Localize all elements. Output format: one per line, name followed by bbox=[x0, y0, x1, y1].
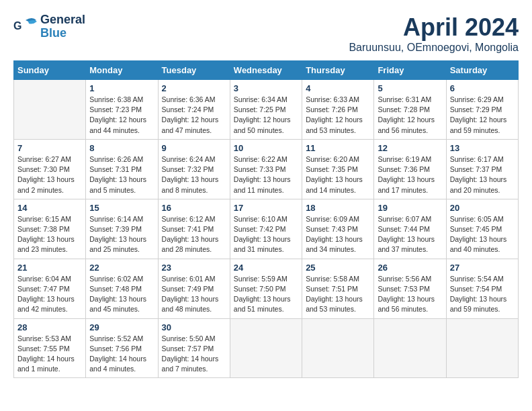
day-info: Sunrise: 6:20 AMSunset: 7:35 PMDaylight:… bbox=[306, 154, 370, 195]
day-number: 23 bbox=[162, 263, 226, 273]
day-number: 3 bbox=[234, 83, 298, 93]
calendar-header-row: SundayMondayTuesdayWednesdayThursdayFrid… bbox=[14, 61, 519, 80]
day-number: 15 bbox=[89, 203, 154, 213]
day-info: Sunrise: 6:09 AMSunset: 7:43 PMDaylight:… bbox=[306, 214, 370, 255]
day-number: 16 bbox=[162, 203, 226, 213]
day-number: 26 bbox=[378, 263, 442, 273]
day-number: 20 bbox=[450, 203, 515, 213]
day-number: 1 bbox=[89, 83, 154, 93]
day-info: Sunrise: 6:33 AMSunset: 7:26 PMDaylight:… bbox=[306, 95, 370, 136]
day-info: Sunrise: 5:50 AMSunset: 7:57 PMDaylight:… bbox=[162, 334, 226, 375]
day-number: 12 bbox=[378, 143, 442, 153]
day-number: 25 bbox=[306, 263, 370, 273]
subtitle: Baruunsuu, OEmnoegovi, Mongolia bbox=[349, 42, 519, 54]
day-info: Sunrise: 5:52 AMSunset: 7:56 PMDaylight:… bbox=[89, 334, 154, 375]
day-number: 7 bbox=[17, 143, 82, 153]
day-info: Sunrise: 5:54 AMSunset: 7:54 PMDaylight:… bbox=[450, 274, 515, 315]
calendar-cell: 19Sunrise: 6:07 AMSunset: 7:44 PMDayligh… bbox=[374, 199, 446, 259]
day-info: Sunrise: 6:26 AMSunset: 7:31 PMDaylight:… bbox=[89, 154, 154, 195]
calendar-cell: 12Sunrise: 6:19 AMSunset: 7:36 PMDayligh… bbox=[374, 139, 446, 199]
day-number: 2 bbox=[162, 83, 226, 93]
page-header: G General Blue April 2024 Baruunsuu, OEm… bbox=[13, 13, 519, 54]
calendar-cell: 14Sunrise: 6:15 AMSunset: 7:38 PMDayligh… bbox=[14, 199, 86, 259]
title-block: April 2024 Baruunsuu, OEmnoegovi, Mongol… bbox=[349, 13, 519, 54]
calendar-cell: 8Sunrise: 6:26 AMSunset: 7:31 PMDaylight… bbox=[86, 139, 158, 199]
day-info: Sunrise: 6:22 AMSunset: 7:33 PMDaylight:… bbox=[234, 154, 298, 195]
calendar-cell: 11Sunrise: 6:20 AMSunset: 7:35 PMDayligh… bbox=[302, 139, 374, 199]
calendar-header-friday: Friday bbox=[374, 61, 446, 80]
calendar-cell bbox=[302, 318, 374, 378]
day-info: Sunrise: 6:07 AMSunset: 7:44 PMDaylight:… bbox=[378, 214, 442, 255]
calendar-cell: 16Sunrise: 6:12 AMSunset: 7:41 PMDayligh… bbox=[158, 199, 230, 259]
day-number: 21 bbox=[17, 263, 82, 273]
day-info: Sunrise: 6:38 AMSunset: 7:23 PMDaylight:… bbox=[89, 95, 154, 136]
calendar-week-1: 1Sunrise: 6:38 AMSunset: 7:23 PMDaylight… bbox=[14, 80, 519, 140]
day-info: Sunrise: 5:53 AMSunset: 7:55 PMDaylight:… bbox=[17, 334, 82, 375]
day-number: 18 bbox=[306, 203, 370, 213]
calendar-cell: 25Sunrise: 5:58 AMSunset: 7:51 PMDayligh… bbox=[302, 259, 374, 318]
day-info: Sunrise: 6:01 AMSunset: 7:49 PMDaylight:… bbox=[162, 274, 226, 315]
calendar-cell: 3Sunrise: 6:34 AMSunset: 7:25 PMDaylight… bbox=[230, 80, 302, 140]
day-info: Sunrise: 6:19 AMSunset: 7:36 PMDaylight:… bbox=[378, 154, 442, 195]
calendar-cell bbox=[374, 318, 446, 378]
calendar-cell: 29Sunrise: 5:52 AMSunset: 7:56 PMDayligh… bbox=[86, 318, 158, 378]
day-number: 19 bbox=[378, 203, 442, 213]
day-info: Sunrise: 6:15 AMSunset: 7:38 PMDaylight:… bbox=[17, 214, 82, 255]
calendar-cell: 1Sunrise: 6:38 AMSunset: 7:23 PMDaylight… bbox=[86, 80, 158, 140]
calendar-cell: 17Sunrise: 6:10 AMSunset: 7:42 PMDayligh… bbox=[230, 199, 302, 259]
calendar-header-monday: Monday bbox=[86, 61, 158, 80]
calendar-header-tuesday: Tuesday bbox=[158, 61, 230, 80]
svg-text:G: G bbox=[13, 20, 21, 32]
calendar-cell: 10Sunrise: 6:22 AMSunset: 7:33 PMDayligh… bbox=[230, 139, 302, 199]
day-info: Sunrise: 6:12 AMSunset: 7:41 PMDaylight:… bbox=[162, 214, 226, 255]
day-number: 29 bbox=[89, 322, 154, 332]
calendar-week-4: 21Sunrise: 6:04 AMSunset: 7:47 PMDayligh… bbox=[14, 259, 519, 318]
calendar-cell: 22Sunrise: 6:02 AMSunset: 7:48 PMDayligh… bbox=[86, 259, 158, 318]
main-title: April 2024 bbox=[349, 13, 519, 42]
day-number: 8 bbox=[89, 143, 154, 153]
day-number: 10 bbox=[234, 143, 298, 153]
calendar-cell bbox=[230, 318, 302, 378]
calendar-cell: 18Sunrise: 6:09 AMSunset: 7:43 PMDayligh… bbox=[302, 199, 374, 259]
day-info: Sunrise: 6:29 AMSunset: 7:29 PMDaylight:… bbox=[450, 95, 515, 136]
calendar-table: SundayMondayTuesdayWednesdayThursdayFrid… bbox=[13, 60, 519, 378]
calendar-cell: 5Sunrise: 6:31 AMSunset: 7:28 PMDaylight… bbox=[374, 80, 446, 140]
calendar-cell: 7Sunrise: 6:27 AMSunset: 7:30 PMDaylight… bbox=[14, 139, 86, 199]
calendar-header-wednesday: Wednesday bbox=[230, 61, 302, 80]
calendar-header-thursday: Thursday bbox=[302, 61, 374, 80]
day-info: Sunrise: 6:10 AMSunset: 7:42 PMDaylight:… bbox=[234, 214, 298, 255]
day-info: Sunrise: 6:24 AMSunset: 7:32 PMDaylight:… bbox=[162, 154, 226, 195]
calendar-cell: 2Sunrise: 6:36 AMSunset: 7:24 PMDaylight… bbox=[158, 80, 230, 140]
calendar-cell: 20Sunrise: 6:05 AMSunset: 7:45 PMDayligh… bbox=[446, 199, 518, 259]
day-info: Sunrise: 6:27 AMSunset: 7:30 PMDaylight:… bbox=[17, 154, 82, 195]
calendar-cell bbox=[446, 318, 518, 378]
day-number: 28 bbox=[17, 322, 82, 332]
day-info: Sunrise: 6:04 AMSunset: 7:47 PMDaylight:… bbox=[17, 274, 82, 315]
calendar-cell: 27Sunrise: 5:54 AMSunset: 7:54 PMDayligh… bbox=[446, 259, 518, 318]
calendar-header-saturday: Saturday bbox=[446, 61, 518, 80]
calendar-cell: 21Sunrise: 6:04 AMSunset: 7:47 PMDayligh… bbox=[14, 259, 86, 318]
day-number: 27 bbox=[450, 263, 515, 273]
calendar-cell: 23Sunrise: 6:01 AMSunset: 7:49 PMDayligh… bbox=[158, 259, 230, 318]
calendar-cell bbox=[14, 80, 86, 140]
day-info: Sunrise: 6:05 AMSunset: 7:45 PMDaylight:… bbox=[450, 214, 515, 255]
day-info: Sunrise: 5:59 AMSunset: 7:50 PMDaylight:… bbox=[234, 274, 298, 315]
calendar-header-sunday: Sunday bbox=[14, 61, 86, 80]
day-number: 22 bbox=[89, 263, 154, 273]
day-info: Sunrise: 5:58 AMSunset: 7:51 PMDaylight:… bbox=[306, 274, 370, 315]
calendar-cell: 15Sunrise: 6:14 AMSunset: 7:39 PMDayligh… bbox=[86, 199, 158, 259]
calendar-week-2: 7Sunrise: 6:27 AMSunset: 7:30 PMDaylight… bbox=[14, 139, 519, 199]
logo-general: General bbox=[40, 13, 85, 27]
day-info: Sunrise: 6:34 AMSunset: 7:25 PMDaylight:… bbox=[234, 95, 298, 136]
day-info: Sunrise: 6:02 AMSunset: 7:48 PMDaylight:… bbox=[89, 274, 154, 315]
day-info: Sunrise: 6:31 AMSunset: 7:28 PMDaylight:… bbox=[378, 95, 442, 136]
calendar-cell: 9Sunrise: 6:24 AMSunset: 7:32 PMDaylight… bbox=[158, 139, 230, 199]
calendar-cell: 24Sunrise: 5:59 AMSunset: 7:50 PMDayligh… bbox=[230, 259, 302, 318]
day-info: Sunrise: 6:17 AMSunset: 7:37 PMDaylight:… bbox=[450, 154, 515, 195]
calendar-cell: 28Sunrise: 5:53 AMSunset: 7:55 PMDayligh… bbox=[14, 318, 86, 378]
day-number: 30 bbox=[162, 322, 226, 332]
calendar-cell: 13Sunrise: 6:17 AMSunset: 7:37 PMDayligh… bbox=[446, 139, 518, 199]
day-number: 5 bbox=[378, 83, 442, 93]
day-number: 11 bbox=[306, 143, 370, 153]
day-info: Sunrise: 5:56 AMSunset: 7:53 PMDaylight:… bbox=[378, 274, 442, 315]
